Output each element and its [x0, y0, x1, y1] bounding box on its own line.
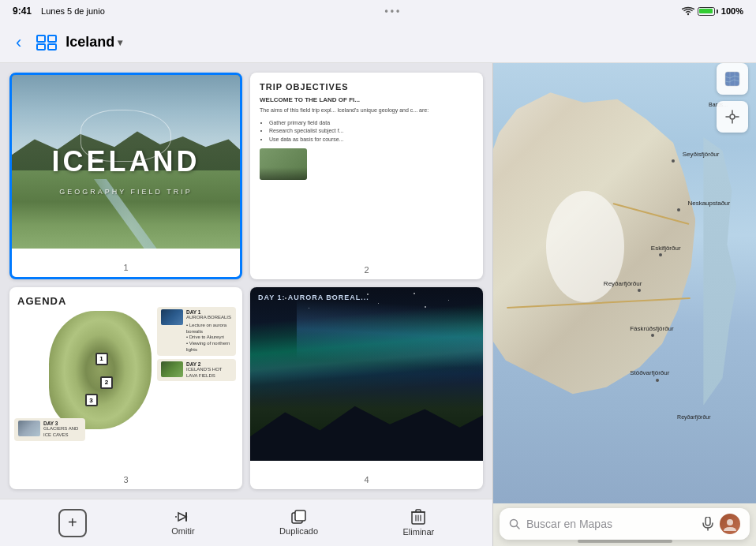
city-label-reybardarsfjordur: Reyðarfjörður [677, 414, 710, 420]
presentation-title: Iceland [65, 34, 114, 50]
slide-4-number: 4 [364, 475, 369, 484]
toolbar: ‹ Iceland ▾ [0, 22, 756, 63]
day1-details: • Lecture on aurora borealis• Drive to A… [186, 323, 232, 353]
search-icon [509, 518, 520, 529]
svg-rect-2 [48, 36, 56, 42]
day3-sublabel: GLACIERS AND ICE CAVES [43, 426, 81, 439]
day3-label: DAY 3 [43, 421, 81, 426]
city-dot-eskifjordur [659, 253, 662, 256]
eastern-fjords [703, 137, 750, 406]
time: 9:41 [13, 6, 32, 17]
day2-label: DAY 2 [186, 361, 232, 367]
slide-2-number: 2 [364, 265, 369, 275]
microphone-icon[interactable] [702, 517, 713, 531]
location-icon [725, 110, 739, 124]
map-pin-3: 3 [85, 394, 98, 406]
slide-3-number: 3 [123, 475, 128, 484]
city-label-faskrudsfjordur: Fáskrúðsfjörður [630, 325, 674, 332]
slide-1-number: 1 [123, 263, 128, 272]
battery-percent: 100% [721, 6, 743, 16]
slide-2-images [260, 148, 473, 180]
bullet-2: Research specialist subject f... [269, 127, 473, 136]
map-icon [724, 71, 740, 87]
city-dot-stodvarfjordur [656, 379, 659, 382]
status-bar-left: 9:41 Lunes 5 de junio [13, 6, 105, 17]
delete-button[interactable]: Eliminar [403, 509, 435, 537]
svg-rect-4 [48, 44, 56, 50]
day1-label: DAY 1 [186, 309, 232, 315]
svg-rect-1 [37, 36, 45, 42]
city-label-eskifjordur: Eskifjörður [651, 245, 681, 252]
svg-rect-6 [295, 510, 305, 521]
slide-2-heading: TRIP OBJECTIVES [260, 82, 473, 92]
battery-icon [698, 7, 718, 16]
back-button[interactable]: ‹ [9, 29, 28, 56]
bottom-toolbar: + Omitir Duplicado Eliminar [0, 499, 492, 546]
slide-grid: ICELAND GEOGRAPHY FIELD TRIP 1 TRIP OBJE… [0, 63, 492, 499]
svg-rect-11 [705, 517, 710, 525]
omit-button[interactable]: Omitir [171, 510, 194, 536]
slide-2-intro: WELCOME TO THE LAND OF FI... [260, 96, 473, 103]
city-label-neskaupstadur: Neskaupstaður [687, 200, 730, 207]
svg-point-12 [727, 519, 733, 525]
slide-1[interactable]: ICELAND GEOGRAPHY FIELD TRIP 1 [9, 73, 242, 279]
svg-point-0 [687, 13, 689, 15]
map-pin-1: 1 [95, 353, 108, 365]
date: Lunes 5 de junio [41, 6, 105, 16]
slide-1-subtitle: GEOGRAPHY FIELD TRIP [59, 188, 193, 196]
svg-point-9 [730, 114, 735, 119]
day2-card: DAY 2 ICELAND'S HOT LAVA FIELDS [157, 359, 236, 382]
slide-4-aurora2 [297, 298, 483, 371]
slide-3-day-cards: DAY 1 AURORA BOREALIS • Lecture on auror… [157, 307, 236, 381]
duplicate-label: Duplicado [279, 526, 318, 536]
slide-3-day3-card: DAY 3 GLACIERS AND ICE CAVES [14, 418, 85, 441]
slide-2[interactable]: TRIP OBJECTIVES WELCOME TO THE LAND OF F… [250, 73, 483, 279]
slide-3[interactable]: AGENDA 1 2 3 DAY 3 GLACIERS AND ICE CAVE… [9, 287, 242, 489]
bullet-1: Gather primary field data [269, 119, 473, 128]
slide-2-body: The aims of this field trip expl... Icel… [260, 107, 473, 114]
day1-sublabel: AURORA BOREALIS [186, 315, 232, 321]
day2-sublabel: ICELAND'S HOT LAVA FIELDS [186, 367, 232, 380]
city-dot-faskrudsfjordur [651, 334, 654, 337]
delete-label: Eliminar [403, 527, 435, 537]
slide-1-title: ICELAND [52, 145, 200, 178]
status-bar-right: 100% [682, 6, 743, 16]
slide-3-map: 1 2 3 [49, 311, 152, 429]
maps-search-bar[interactable]: Buscar en Mapas [500, 508, 750, 540]
svg-rect-8 [725, 72, 739, 86]
omit-label: Omitir [171, 526, 194, 536]
status-bar-center: ••• [385, 6, 402, 17]
map-type-button[interactable] [717, 63, 748, 95]
more-dots-center: ••• [385, 6, 402, 17]
add-slide-button[interactable]: + [58, 509, 87, 537]
day1-card: DAY 1 AURORA BOREALIS • Lecture on auror… [157, 307, 236, 356]
wifi-icon [682, 6, 694, 16]
map-pin-2: 2 [100, 376, 113, 389]
grid-view-icon[interactable] [36, 34, 58, 51]
omit-icon [175, 510, 191, 524]
title-chevron[interactable]: ▾ [118, 37, 122, 48]
status-bar: 9:41 Lunes 5 de junio ••• 100% [0, 0, 756, 22]
add-icon: + [58, 509, 87, 537]
toolbar-title: Iceland ▾ [65, 34, 122, 50]
slide-2-bullets: Gather primary field data Research speci… [260, 119, 473, 144]
slide-4-heading: DAY 1: AURORA BOREAL... [258, 294, 369, 301]
slide-4[interactable]: DAY 1: AURORA BOREAL... 4 [250, 287, 483, 489]
slide-3-heading: AGENDA [17, 295, 234, 307]
slide-4-mountains [250, 400, 483, 461]
city-label-stodvarfjordur: Stöðvarfjörður [630, 369, 669, 376]
bullet-3: Use data as basis for course... [269, 136, 473, 144]
search-placeholder: Buscar en Mapas [526, 518, 696, 530]
trash-icon [411, 509, 425, 525]
slide-2-img-1 [260, 148, 307, 180]
location-button[interactable] [717, 101, 748, 133]
duplicate-icon [291, 510, 307, 524]
home-indicator [578, 540, 672, 543]
svg-rect-3 [37, 44, 45, 50]
duplicate-button[interactable]: Duplicado [279, 510, 318, 536]
user-avatar [720, 514, 740, 534]
city-label-reydarsfjordur: Reyðarfjörður [604, 280, 642, 287]
maps-panel: ••• Seyðisfjörður Neskaupstaður Bards... [492, 28, 756, 546]
city-label-seydisfjordur: Seyðisfjörður [683, 151, 720, 158]
